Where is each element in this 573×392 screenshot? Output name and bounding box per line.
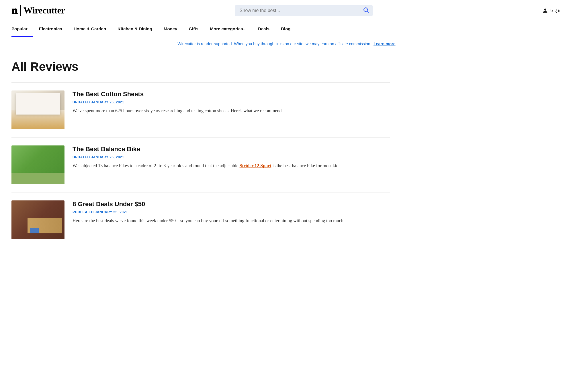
search-icon[interactable] — [363, 7, 369, 14]
review-content-deals: 8 Great Deals Under $50 PUBLISHED JANUAR… — [73, 200, 390, 224]
affiliate-text: Wirecutter is reader-supported. When you… — [178, 42, 371, 46]
review-content-cotton-sheets: The Best Cotton Sheets UPDATED JANUARY 2… — [73, 90, 390, 115]
review-date-deals: PUBLISHED JANUARY 25, 2021 — [73, 210, 390, 214]
main-nav: Popular Electronics Home & Garden Kitche… — [0, 21, 573, 37]
review-desc-after: is the best balance bike for most kids. — [271, 163, 341, 168]
affiliate-learn-more[interactable]: Learn more — [373, 42, 395, 46]
review-desc-before: We subjected 13 balance bikes to a cadre… — [73, 163, 240, 168]
review-item-deals-under-50: 8 Great Deals Under $50 PUBLISHED JANUAR… — [11, 192, 390, 247]
svg-point-0 — [364, 8, 367, 11]
review-title-cotton-sheets[interactable]: The Best Cotton Sheets — [73, 90, 144, 98]
search-input[interactable] — [235, 5, 373, 16]
review-desc-cotton-sheets: We've spent more than 625 hours over six… — [73, 107, 390, 115]
nav-item-popular[interactable]: Popular — [11, 21, 33, 37]
logo-area: 𝐧 Wirecutter — [11, 4, 65, 17]
nyt-logo: 𝐧 — [11, 4, 17, 17]
nav-item-more-categories[interactable]: More categories... — [204, 21, 253, 37]
review-link-strider[interactable]: Strider 12 Sport — [240, 163, 271, 168]
review-title-deals[interactable]: 8 Great Deals Under $50 — [73, 200, 145, 208]
page-title: All Reviews — [11, 60, 390, 74]
logo-divider — [20, 5, 21, 16]
site-header: 𝐧 Wirecutter Log in — [0, 0, 573, 21]
review-date-balance-bike: UPDATED JANUARY 25, 2021 — [73, 155, 390, 159]
nav-item-home-garden[interactable]: Home & Garden — [68, 21, 112, 37]
review-image-cotton-sheets — [11, 90, 64, 129]
wirecutter-logo: Wirecutter — [24, 5, 65, 16]
nav-item-electronics[interactable]: Electronics — [33, 21, 68, 37]
review-list: The Best Cotton Sheets UPDATED JANUARY 2… — [11, 82, 390, 247]
login-button[interactable]: Log in — [543, 8, 562, 13]
review-image-deals — [11, 200, 64, 239]
main-content: All Reviews The Best Cotton Sheets UPDAT… — [0, 51, 401, 256]
review-item-cotton-sheets: The Best Cotton Sheets UPDATED JANUARY 2… — [11, 82, 390, 137]
nav-item-blog[interactable]: Blog — [275, 21, 296, 37]
review-date-cotton-sheets: UPDATED JANUARY 25, 2021 — [73, 100, 390, 104]
user-icon — [543, 8, 548, 13]
review-image-balance-bike — [11, 145, 64, 184]
login-label: Log in — [549, 8, 562, 13]
nav-item-kitchen-dining[interactable]: Kitchen & Dining — [112, 21, 158, 37]
nav-item-deals[interactable]: Deals — [252, 21, 275, 37]
review-title-balance-bike[interactable]: The Best Balance Bike — [73, 145, 140, 153]
nav-item-money[interactable]: Money — [158, 21, 183, 37]
search-area — [235, 5, 373, 16]
nav-item-gifts[interactable]: Gifts — [183, 21, 204, 37]
review-content-balance-bike: The Best Balance Bike UPDATED JANUARY 25… — [73, 145, 390, 170]
affiliate-notice: Wirecutter is reader-supported. When you… — [0, 37, 573, 51]
svg-line-1 — [367, 11, 369, 13]
review-desc-balance-bike: We subjected 13 balance bikes to a cadre… — [73, 162, 390, 170]
review-item-balance-bike: The Best Balance Bike UPDATED JANUARY 25… — [11, 137, 390, 192]
review-desc-deals: Here are the best deals we've found this… — [73, 217, 390, 224]
